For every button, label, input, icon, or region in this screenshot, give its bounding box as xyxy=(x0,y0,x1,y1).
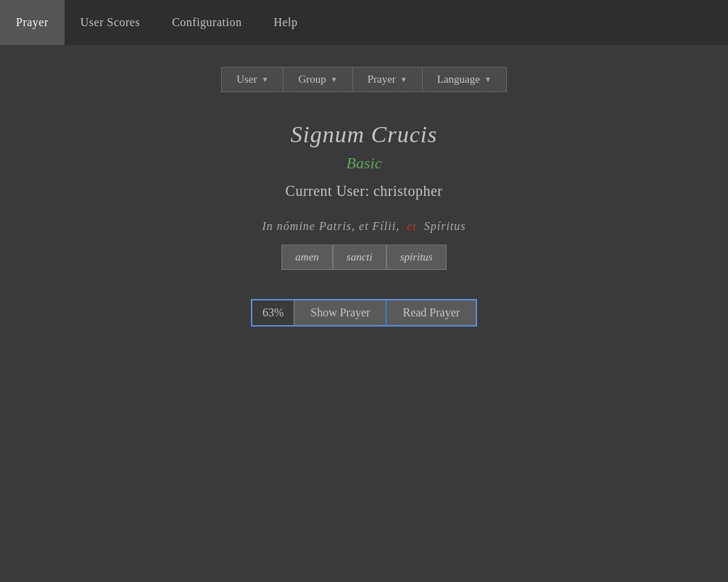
action-bar: 63% Show Prayer Read Prayer xyxy=(251,299,477,327)
user-dropdown-arrow: ▼ xyxy=(262,75,269,83)
word-btn-sancti[interactable]: sancti xyxy=(333,245,386,270)
word-btn-amen[interactable]: amen xyxy=(281,245,333,270)
filter-prayer-label: Prayer xyxy=(368,73,396,86)
filter-user-label: User xyxy=(236,73,257,86)
word-buttons: amen sancti spíritus xyxy=(281,245,446,270)
filter-group-label: Group xyxy=(298,73,326,86)
prayer-dropdown-arrow: ▼ xyxy=(400,75,408,83)
nav-item-prayer[interactable]: Prayer xyxy=(0,0,65,45)
navbar: Prayer User Scores Configuration Help xyxy=(0,0,728,45)
group-dropdown-arrow: ▼ xyxy=(331,75,338,83)
score-display: 63% xyxy=(252,300,294,325)
prayer-subtitle: Basic xyxy=(347,154,382,173)
current-user: Current User: christopher xyxy=(286,183,443,200)
prayer-title: Signum Crucis xyxy=(291,121,437,148)
main-content: User ▼ Group ▼ Prayer ▼ Language ▼ Signu… xyxy=(0,45,728,327)
show-prayer-button[interactable]: Show Prayer xyxy=(294,300,386,325)
read-prayer-button[interactable]: Read Prayer xyxy=(386,300,476,325)
prayer-text-highlight: et xyxy=(407,220,417,232)
prayer-text-before: In nómine Patris, et Fílii, xyxy=(262,220,400,232)
filter-prayer[interactable]: Prayer ▼ xyxy=(353,67,423,91)
nav-item-configuration[interactable]: Configuration xyxy=(156,0,257,45)
filter-language[interactable]: Language ▼ xyxy=(423,67,506,91)
filter-group[interactable]: Group ▼ xyxy=(284,67,352,91)
nav-item-user-scores[interactable]: User Scores xyxy=(65,0,156,45)
nav-item-help[interactable]: Help xyxy=(257,0,313,45)
filter-bar: User ▼ Group ▼ Prayer ▼ Language ▼ xyxy=(221,67,507,92)
filter-user[interactable]: User ▼ xyxy=(222,67,284,91)
prayer-text-after: Spíritus xyxy=(424,220,466,232)
word-btn-spiritus[interactable]: spíritus xyxy=(386,245,447,270)
language-dropdown-arrow: ▼ xyxy=(484,75,492,83)
prayer-text: In nómine Patris, et Fílii, et Spíritus xyxy=(262,220,466,233)
filter-language-label: Language xyxy=(437,73,480,86)
